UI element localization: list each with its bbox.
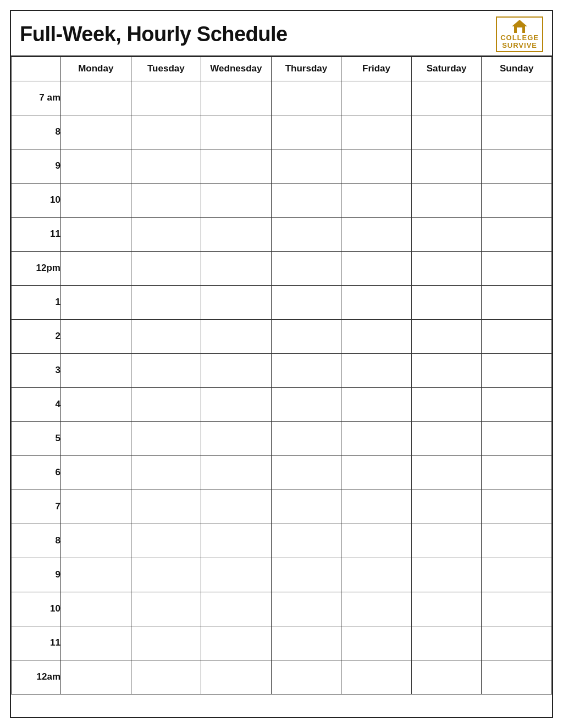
- schedule-cell[interactable]: [61, 319, 131, 353]
- schedule-cell[interactable]: [411, 183, 482, 217]
- schedule-cell[interactable]: [201, 353, 272, 387]
- schedule-cell[interactable]: [411, 149, 482, 183]
- schedule-cell[interactable]: [271, 626, 341, 660]
- schedule-cell[interactable]: [411, 353, 482, 387]
- schedule-cell[interactable]: [131, 183, 201, 217]
- schedule-cell[interactable]: [411, 319, 482, 353]
- schedule-cell[interactable]: [131, 285, 201, 319]
- schedule-cell[interactable]: [131, 387, 201, 421]
- schedule-cell[interactable]: [61, 251, 131, 285]
- schedule-cell[interactable]: [131, 660, 201, 694]
- schedule-cell[interactable]: [131, 490, 201, 524]
- schedule-cell[interactable]: [411, 626, 482, 660]
- schedule-cell[interactable]: [482, 455, 552, 490]
- schedule-cell[interactable]: [271, 115, 341, 149]
- schedule-cell[interactable]: [341, 251, 412, 285]
- schedule-cell[interactable]: [131, 558, 201, 592]
- schedule-cell[interactable]: [411, 81, 482, 115]
- schedule-cell[interactable]: [61, 558, 131, 592]
- schedule-cell[interactable]: [201, 217, 272, 251]
- schedule-cell[interactable]: [61, 455, 131, 490]
- schedule-cell[interactable]: [201, 319, 272, 353]
- schedule-cell[interactable]: [411, 421, 482, 455]
- schedule-cell[interactable]: [131, 251, 201, 285]
- schedule-cell[interactable]: [341, 524, 412, 558]
- schedule-cell[interactable]: [482, 387, 552, 421]
- schedule-cell[interactable]: [201, 285, 272, 319]
- schedule-cell[interactable]: [341, 319, 412, 353]
- schedule-cell[interactable]: [482, 558, 552, 592]
- schedule-cell[interactable]: [201, 81, 272, 115]
- schedule-cell[interactable]: [201, 592, 272, 626]
- schedule-cell[interactable]: [482, 353, 552, 387]
- schedule-cell[interactable]: [61, 285, 131, 319]
- schedule-cell[interactable]: [341, 490, 412, 524]
- schedule-cell[interactable]: [411, 558, 482, 592]
- schedule-cell[interactable]: [61, 660, 131, 694]
- schedule-cell[interactable]: [341, 149, 412, 183]
- schedule-cell[interactable]: [271, 455, 341, 490]
- schedule-cell[interactable]: [131, 524, 201, 558]
- schedule-cell[interactable]: [201, 115, 272, 149]
- schedule-cell[interactable]: [201, 421, 272, 455]
- schedule-cell[interactable]: [61, 81, 131, 115]
- schedule-cell[interactable]: [482, 524, 552, 558]
- schedule-cell[interactable]: [271, 592, 341, 626]
- schedule-cell[interactable]: [341, 626, 412, 660]
- schedule-cell[interactable]: [61, 421, 131, 455]
- schedule-cell[interactable]: [131, 353, 201, 387]
- schedule-cell[interactable]: [61, 387, 131, 421]
- schedule-cell[interactable]: [201, 558, 272, 592]
- schedule-cell[interactable]: [482, 660, 552, 694]
- schedule-cell[interactable]: [411, 490, 482, 524]
- schedule-cell[interactable]: [482, 421, 552, 455]
- schedule-cell[interactable]: [341, 455, 412, 490]
- schedule-cell[interactable]: [411, 387, 482, 421]
- schedule-cell[interactable]: [271, 81, 341, 115]
- schedule-cell[interactable]: [411, 524, 482, 558]
- schedule-cell[interactable]: [201, 524, 272, 558]
- schedule-cell[interactable]: [482, 115, 552, 149]
- schedule-cell[interactable]: [341, 81, 412, 115]
- schedule-cell[interactable]: [201, 387, 272, 421]
- schedule-cell[interactable]: [341, 217, 412, 251]
- schedule-cell[interactable]: [482, 319, 552, 353]
- schedule-cell[interactable]: [271, 285, 341, 319]
- schedule-cell[interactable]: [131, 592, 201, 626]
- schedule-cell[interactable]: [201, 626, 272, 660]
- schedule-cell[interactable]: [482, 81, 552, 115]
- schedule-cell[interactable]: [61, 353, 131, 387]
- schedule-cell[interactable]: [61, 592, 131, 626]
- schedule-cell[interactable]: [411, 592, 482, 626]
- schedule-cell[interactable]: [271, 149, 341, 183]
- schedule-cell[interactable]: [131, 217, 201, 251]
- schedule-cell[interactable]: [201, 660, 272, 694]
- schedule-cell[interactable]: [411, 115, 482, 149]
- schedule-cell[interactable]: [131, 421, 201, 455]
- schedule-cell[interactable]: [482, 592, 552, 626]
- schedule-cell[interactable]: [411, 455, 482, 490]
- schedule-cell[interactable]: [271, 558, 341, 592]
- schedule-cell[interactable]: [341, 387, 412, 421]
- schedule-cell[interactable]: [131, 149, 201, 183]
- schedule-cell[interactable]: [131, 115, 201, 149]
- schedule-cell[interactable]: [411, 217, 482, 251]
- schedule-cell[interactable]: [482, 285, 552, 319]
- schedule-cell[interactable]: [341, 558, 412, 592]
- schedule-cell[interactable]: [411, 660, 482, 694]
- schedule-cell[interactable]: [271, 251, 341, 285]
- schedule-cell[interactable]: [341, 285, 412, 319]
- schedule-cell[interactable]: [482, 217, 552, 251]
- schedule-cell[interactable]: [131, 319, 201, 353]
- schedule-cell[interactable]: [482, 490, 552, 524]
- schedule-cell[interactable]: [201, 149, 272, 183]
- schedule-cell[interactable]: [61, 149, 131, 183]
- schedule-cell[interactable]: [271, 217, 341, 251]
- schedule-cell[interactable]: [482, 183, 552, 217]
- schedule-cell[interactable]: [341, 660, 412, 694]
- schedule-cell[interactable]: [411, 285, 482, 319]
- schedule-cell[interactable]: [271, 524, 341, 558]
- schedule-cell[interactable]: [61, 217, 131, 251]
- schedule-cell[interactable]: [61, 115, 131, 149]
- schedule-cell[interactable]: [271, 183, 341, 217]
